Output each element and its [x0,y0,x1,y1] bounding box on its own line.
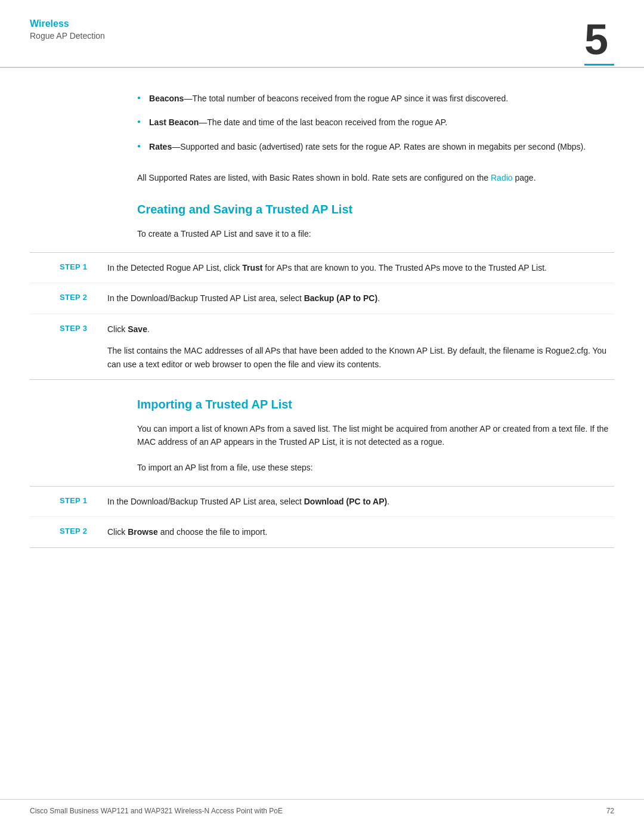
imp-step2-bold: Browse [128,527,158,537]
step3-after: . [147,324,150,334]
bullet-term-lastbeacon: Last Beacon [149,117,199,127]
imp-step-label-1: STEP 1 [30,495,107,505]
importing-section: Importing a Trusted AP List You can impo… [30,398,614,548]
radio-link[interactable]: Radio [491,173,513,182]
step1-bold: Trust [242,263,262,272]
importing-intro2: To import an AP list from a file, use th… [137,461,614,474]
imp-step2-before: Click [107,527,128,537]
step3-bold: Save [128,324,147,334]
bullet-desc-beacons: —The total number of beacons received fr… [184,94,508,103]
imp-step2-after: and choose the file to import. [158,527,268,537]
bullet-dot-1: ● [137,94,141,101]
importing-steps: STEP 1 In the Download/Backup Trusted AP… [30,486,614,548]
creating-step-3: STEP 3 Click Save. The list contains the… [30,314,614,379]
importing-heading: Importing a Trusted AP List [137,398,614,411]
creating-intro: To create a Trusted AP List and save it … [137,227,614,240]
footer-page: 72 [606,807,614,815]
header-breadcrumb: Wireless Rogue AP Detection [30,18,105,41]
step-content-2: In the Download/Backup Trusted AP List a… [107,292,614,305]
imp-step-content-2: Click Browse and choose the file to impo… [107,525,614,538]
step2-before: In the Download/Backup Trusted AP List a… [107,293,304,303]
bullet-desc-rates: —Supported and basic (advertised) rate s… [172,142,586,151]
step-label-3: STEP 3 [30,323,107,333]
step-label-2: STEP 2 [30,292,107,302]
rogue-label: Rogue AP Detection [30,30,105,41]
page-header: Wireless Rogue AP Detection 5 [0,0,644,68]
bullet-text-rates: Rates—Supported and basic (advertised) r… [149,140,586,153]
bullet-item-rates: ● Rates—Supported and basic (advertised)… [137,140,614,153]
bullet-list: ● Beacons—The total number of beacons re… [137,92,614,153]
bullet-text-beacons: Beacons—The total number of beacons rece… [149,92,508,105]
bullet-item-lastbeacon: ● Last Beacon—The date and time of the l… [137,116,614,129]
sub-para-before: All Supported Rates are listed, with Bas… [137,173,491,182]
main-content: ● Beacons—The total number of beacons re… [0,68,644,590]
footer-text: Cisco Small Business WAP121 and WAP321 W… [30,807,283,815]
bullet-item-beacons: ● Beacons—The total number of beacons re… [137,92,614,105]
step2-after: . [377,293,380,303]
step-content-1: In the Detected Rogue AP List, click Tru… [107,261,614,274]
creating-steps: STEP 1 In the Detected Rogue AP List, cl… [30,252,614,380]
bullet-term-rates: Rates [149,142,172,151]
chapter-number: 5 [584,18,614,61]
page-footer: Cisco Small Business WAP121 and WAP321 W… [0,799,644,815]
bullet-desc-lastbeacon: —The date and time of the last beacon re… [199,117,447,127]
imp-step1-bold: Download (PC to AP) [304,497,387,506]
step2-bold: Backup (AP to PC) [304,293,377,303]
bullet-term-beacons: Beacons [149,94,184,103]
step-label-1: STEP 1 [30,261,107,271]
importing-intro1: You can import a list of known APs from … [137,422,614,449]
sub-paragraph: All Supported Rates are listed, with Bas… [137,171,614,184]
creating-section: Creating and Saving a Trusted AP List To… [30,203,614,380]
sub-para-after: page. [513,173,536,182]
step-content-3: Click Save. The list contains the MAC ad… [107,323,614,371]
imp-step1-before: In the Download/Backup Trusted AP List a… [107,497,304,506]
creating-step-1: STEP 1 In the Detected Rogue AP List, cl… [30,253,614,283]
step1-before: In the Detected Rogue AP List, click [107,263,242,272]
imp-step-content-1: In the Download/Backup Trusted AP List a… [107,495,614,508]
bullet-dot-2: ● [137,118,141,125]
importing-step-2: STEP 2 Click Browse and choose the file … [30,517,614,547]
step1-after: for APs that are known to you. The Trust… [262,263,547,272]
bullet-dot-3: ● [137,143,141,149]
imp-step1-after: . [387,497,389,506]
imp-step-label-2: STEP 2 [30,525,107,535]
page-container: Wireless Rogue AP Detection 5 ● Beacons—… [0,0,644,833]
creating-note: The list contains the MAC addresses of a… [107,344,614,371]
creating-heading: Creating and Saving a Trusted AP List [137,203,614,216]
wireless-label: Wireless [30,18,105,30]
step3-before: Click [107,324,128,334]
creating-step-2: STEP 2 In the Download/Backup Trusted AP… [30,283,614,314]
bullet-text-lastbeacon: Last Beacon—The date and time of the las… [149,116,447,129]
importing-step-1: STEP 1 In the Download/Backup Trusted AP… [30,487,614,517]
